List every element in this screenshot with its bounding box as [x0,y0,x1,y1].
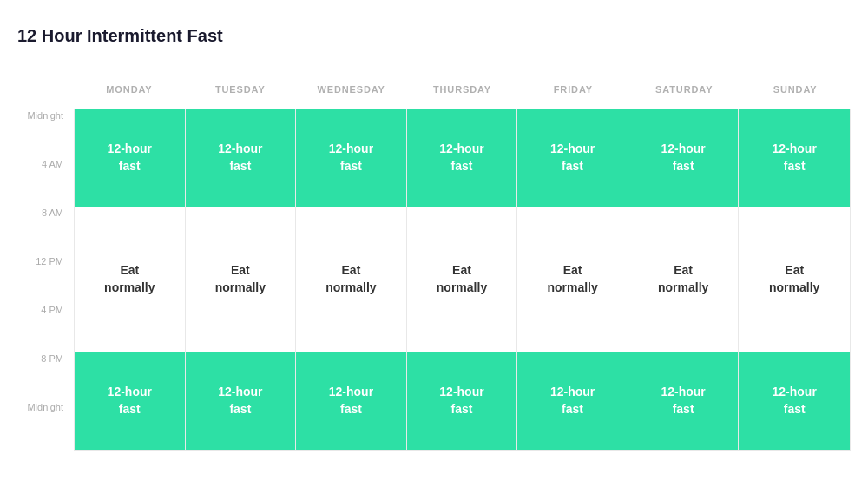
fast-top-tuesday: 12-hourfast [186,109,296,207]
eat-wednesday: Eatnormally [296,207,406,352]
col-thursday: 12-hourfast Eatnormally 12-hourfast [407,109,518,450]
time-column: Midnight 4 AM 8 AM 12 PM 4 PM 8 PM Midni… [17,70,74,451]
col-wednesday: 12-hourfast Eatnormally 12-hourfast [296,109,407,450]
page-title: 12 Hour Intermittent Fast [17,26,851,46]
time-8am: 8 AM [17,206,74,254]
fast-bottom-wednesday: 12-hourfast [296,352,406,450]
eat-saturday: Eatnormally [628,207,739,352]
time-12pm: 12 PM [17,254,74,303]
day-wednesday: WEDNESDAY [296,70,407,109]
fast-bottom-monday: 12-hourfast [75,352,185,450]
fast-bottom-sunday: 12-hourfast [739,352,850,450]
eat-sunday: Eatnormally [739,207,850,352]
grid-body: 12-hourfast Eatnormally 12-hourfast 12-h… [74,109,851,451]
fast-top-sunday: 12-hourfast [739,109,850,207]
col-tuesday: 12-hourfast Eatnormally 12-hourfast [186,109,297,450]
fast-top-monday: 12-hourfast [75,109,185,207]
eat-tuesday: Eatnormally [186,207,296,352]
fast-bottom-tuesday: 12-hourfast [186,352,296,450]
col-sunday: 12-hourfast Eatnormally 12-hourfast [739,109,850,450]
time-8pm: 8 PM [17,352,74,400]
fast-top-saturday: 12-hourfast [628,109,739,207]
fast-top-friday: 12-hourfast [517,109,628,207]
time-midnight-bottom: Midnight [17,400,74,449]
day-headers: MONDAY TUESDAY WEDNESDAY THURSDAY FRIDAY… [74,70,851,109]
eat-monday: Eatnormally [75,207,185,352]
time-4pm: 4 PM [17,303,74,352]
grid-wrapper: MONDAY TUESDAY WEDNESDAY THURSDAY FRIDAY… [74,70,851,451]
time-4am: 4 AM [17,157,74,206]
day-friday: FRIDAY [517,70,628,109]
day-sunday: SUNDAY [740,70,851,109]
day-saturday: SATURDAY [628,70,740,109]
day-tuesday: TUESDAY [185,70,296,109]
col-friday: 12-hourfast Eatnormally 12-hourfast [517,109,628,450]
fast-top-wednesday: 12-hourfast [296,109,406,207]
col-saturday: 12-hourfast Eatnormally 12-hourfast [628,109,740,450]
fast-bottom-thursday: 12-hourfast [407,352,517,450]
fast-top-thursday: 12-hourfast [407,109,517,207]
eat-thursday: Eatnormally [407,207,517,352]
day-thursday: THURSDAY [407,70,518,109]
day-monday: MONDAY [74,70,185,109]
eat-friday: Eatnormally [517,207,628,352]
calendar: Midnight 4 AM 8 AM 12 PM 4 PM 8 PM Midni… [17,70,851,451]
fast-bottom-friday: 12-hourfast [517,352,628,450]
time-midnight-top: Midnight [17,109,74,157]
col-monday: 12-hourfast Eatnormally 12-hourfast [75,109,186,450]
fast-bottom-saturday: 12-hourfast [628,352,739,450]
